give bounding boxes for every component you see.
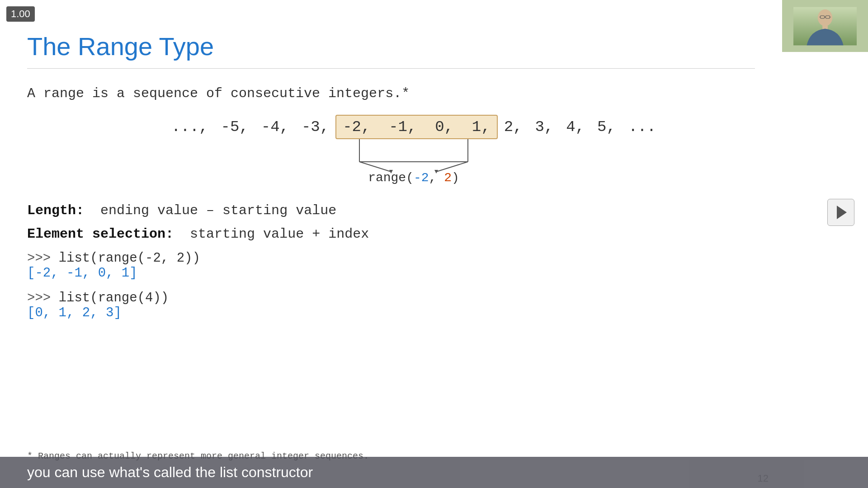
- range-prefix: range(: [368, 171, 414, 185]
- svg-line-13: [436, 162, 468, 172]
- nl-neg3: -3,: [295, 116, 335, 138]
- play-button[interactable]: [827, 199, 854, 226]
- intro-text: A range is a sequence of consecutive int…: [27, 86, 755, 101]
- play-icon: [837, 206, 847, 219]
- code-output-line-2: [0, 1, 2, 3]: [27, 305, 755, 320]
- code-input-text-1: list(range(-2, 2)): [59, 251, 200, 266]
- bracket-arrows-svg: [346, 139, 481, 175]
- nl-pos3: 3,: [528, 116, 560, 138]
- nl-pos2: 2,: [498, 116, 529, 138]
- length-text: ending value – starting value: [100, 203, 336, 218]
- svg-point-2: [818, 9, 832, 26]
- number-line-section: ..., -5, -4, -3, -2, -1, 0, 1, 2, 3, 4, …: [27, 115, 755, 185]
- code-input-line-1: >>> list(range(-2, 2)): [27, 251, 755, 266]
- slide-content: The Range Type A range is a sequence of …: [0, 0, 782, 488]
- nl-neg5: -5,: [215, 116, 255, 138]
- svg-rect-3: [822, 24, 828, 28]
- code-prompt-2: >>>: [27, 291, 59, 305]
- slide-title: The Range Type: [27, 32, 755, 61]
- code-input-line-2: >>> list(range(4)): [27, 291, 755, 305]
- code-block-2: >>> list(range(4)) [0, 1, 2, 3]: [27, 291, 755, 320]
- nl-ellipsis-right: ...: [622, 116, 662, 138]
- svg-line-12: [359, 162, 391, 172]
- code-prompt-1: >>>: [27, 251, 59, 266]
- caption-bar: you can use what's called the list const…: [0, 457, 868, 488]
- code-block-1: >>> list(range(-2, 2)) [-2, -1, 0, 1]: [27, 251, 755, 281]
- range-suffix: ): [452, 171, 459, 185]
- range-function-label: range(-2, 2): [368, 171, 459, 185]
- nl-pos4: 4,: [560, 116, 591, 138]
- element-label: Element selection:: [27, 226, 174, 242]
- webcam-video: [793, 1, 857, 51]
- nl-neg4: -4,: [255, 116, 295, 138]
- code-section: >>> list(range(-2, 2)) [-2, -1, 0, 1] >>…: [27, 251, 755, 320]
- length-label: Length:: [27, 203, 84, 218]
- length-row: Length: ending value – starting value: [27, 203, 755, 218]
- range-pos2: 2: [444, 171, 452, 185]
- element-text-value: starting value + index: [190, 226, 369, 242]
- range-separator: ,: [429, 171, 444, 185]
- length-section: Length: ending value – starting value El…: [27, 203, 755, 242]
- code-input-text-2: list(range(4)): [59, 291, 169, 305]
- element-row: Element selection: starting value + inde…: [27, 226, 755, 242]
- nl-highlighted-group: -2, -1, 0, 1,: [335, 115, 497, 139]
- caption-text: you can use what's called the list const…: [27, 464, 313, 481]
- nl-pos5: 5,: [591, 116, 622, 138]
- element-text: [182, 226, 190, 242]
- length-value: [92, 203, 100, 218]
- code-output-line-1: [-2, -1, 0, 1]: [27, 266, 755, 281]
- webcam-overlay: [782, 0, 868, 52]
- range-neg2: -2: [414, 171, 429, 185]
- number-line: ..., -5, -4, -3, -2, -1, 0, 1, 2, 3, 4, …: [165, 115, 662, 139]
- title-divider: [27, 68, 755, 69]
- nl-ellipsis-left: ...,: [165, 116, 215, 138]
